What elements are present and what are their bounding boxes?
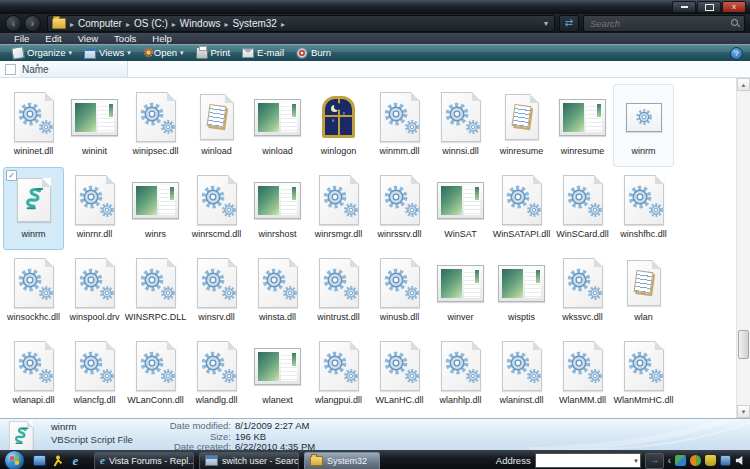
taskbar-window-button[interactable]: eVista Forums - Repl... bbox=[94, 452, 194, 469]
file-item[interactable]: winsta.dll bbox=[247, 250, 308, 333]
scroll-up-button[interactable]: ▲ bbox=[737, 78, 750, 91]
menu-item-view[interactable]: View bbox=[70, 34, 106, 44]
file-item[interactable]: winver bbox=[430, 250, 491, 333]
item-checkbox[interactable]: ✓ bbox=[6, 170, 17, 181]
file-item[interactable]: winnsi.dll bbox=[430, 84, 491, 167]
file-item[interactable]: winsockhc.dll bbox=[3, 250, 64, 333]
file-item[interactable]: WinSCard.dll bbox=[552, 167, 613, 250]
file-item[interactable]: WlanMM.dll bbox=[552, 333, 613, 416]
file-item[interactable]: wlan bbox=[613, 250, 674, 333]
start-button[interactable] bbox=[4, 450, 25, 469]
network-computers-icon[interactable] bbox=[720, 455, 731, 466]
select-all-checkbox[interactable] bbox=[5, 64, 16, 75]
breadcrumb-segment[interactable]: System32 bbox=[229, 18, 279, 29]
menu-item-help[interactable]: Help bbox=[144, 34, 180, 44]
file-item[interactable]: WlanMmHC.dll bbox=[613, 333, 674, 416]
file-item[interactable]: wlancfg.dll bbox=[64, 333, 125, 416]
update-shield-icon[interactable] bbox=[705, 455, 716, 466]
scroll-down-button[interactable]: ▼ bbox=[737, 405, 750, 418]
file-item[interactable]: wisptis bbox=[491, 250, 552, 333]
file-item[interactable]: winload bbox=[247, 84, 308, 167]
forward-button[interactable]: › bbox=[24, 15, 41, 32]
address-toolbar-input[interactable]: ▾ bbox=[535, 453, 641, 468]
views-button[interactable]: Views▾ bbox=[78, 45, 137, 60]
file-icon-box bbox=[197, 174, 237, 226]
file-item[interactable]: WLanHC.dll bbox=[369, 333, 430, 416]
address-go-button[interactable]: → bbox=[645, 453, 664, 469]
tray-expand-icon[interactable]: ‹ bbox=[668, 456, 671, 466]
internet-explorer-icon[interactable]: e bbox=[69, 454, 82, 467]
search-input[interactable] bbox=[588, 17, 731, 30]
help-icon[interactable]: ? bbox=[730, 47, 743, 60]
breadcrumb-segment[interactable]: Windows bbox=[177, 18, 224, 29]
messenger-status-icon[interactable] bbox=[690, 455, 701, 466]
print-button[interactable]: Print bbox=[190, 45, 237, 60]
menu-item-file[interactable]: File bbox=[6, 34, 37, 44]
breadcrumb-segment[interactable]: Computer bbox=[75, 18, 125, 29]
gear-icon bbox=[343, 202, 359, 218]
file-item[interactable]: winipsec.dll bbox=[125, 84, 186, 167]
file-list-area: wininet.dll wininit winipsec.dll winload… bbox=[0, 78, 750, 418]
breadcrumb[interactable]: ▸Computer▸OS (C:)▸Windows▸System32▸ ▾ bbox=[47, 15, 555, 32]
file-item[interactable]: winresume bbox=[552, 84, 613, 167]
network-icon[interactable] bbox=[675, 455, 686, 466]
file-item[interactable]: wlanapi.dll bbox=[3, 333, 64, 416]
address-dropdown-icon[interactable]: ▾ bbox=[634, 457, 638, 465]
file-item[interactable]: winrssrv.dll bbox=[369, 167, 430, 250]
organize-button[interactable]: Organize▾ bbox=[6, 45, 78, 60]
file-item[interactable]: wininit bbox=[64, 84, 125, 167]
file-item[interactable]: wlandlg.dll bbox=[186, 333, 247, 416]
file-item[interactable]: winspool.drv bbox=[64, 250, 125, 333]
messenger-icon[interactable] bbox=[51, 454, 64, 467]
file-item[interactable]: winlogon bbox=[308, 84, 369, 167]
menu-item-edit[interactable]: Edit bbox=[37, 34, 69, 44]
file-item[interactable]: winmm.dll bbox=[369, 84, 430, 167]
file-item[interactable]: wlangpui.dll bbox=[308, 333, 369, 416]
file-icon-box bbox=[380, 174, 420, 226]
open-button[interactable]: Open▾ bbox=[137, 45, 190, 60]
maximize-button[interactable] bbox=[697, 1, 721, 13]
vertical-scrollbar[interactable]: ▲ ▼ bbox=[736, 78, 750, 418]
file-item[interactable]: winrs bbox=[125, 167, 186, 250]
file-item[interactable]: winrnr.dll bbox=[64, 167, 125, 250]
taskbar-window-button[interactable]: System32 bbox=[304, 452, 380, 469]
file-item[interactable]: wintrust.dll bbox=[308, 250, 369, 333]
taskbar-window-button[interactable]: switch user - Search... bbox=[199, 452, 299, 469]
search-icon[interactable] bbox=[731, 19, 740, 28]
file-item[interactable]: winsrv.dll bbox=[186, 250, 247, 333]
file-item[interactable]: winrshost bbox=[247, 167, 308, 250]
file-item[interactable]: wlaninst.dll bbox=[491, 333, 552, 416]
minimize-button[interactable] bbox=[672, 1, 696, 13]
breadcrumb-segment[interactable]: OS (C:) bbox=[131, 18, 171, 29]
file-item[interactable]: winrm bbox=[613, 84, 674, 167]
file-item[interactable]: wlanext bbox=[247, 333, 308, 416]
file-icon-box bbox=[559, 91, 606, 143]
burn-button[interactable]: Burn bbox=[290, 45, 337, 60]
file-item[interactable]: winusb.dll bbox=[369, 250, 430, 333]
show-desktop-icon[interactable] bbox=[33, 454, 46, 467]
search-box[interactable] bbox=[583, 15, 745, 32]
e-mail-button[interactable]: E-mail bbox=[236, 45, 290, 60]
file-item[interactable]: WLanConn.dll bbox=[125, 333, 186, 416]
file-item[interactable]: wininet.dll bbox=[3, 84, 64, 167]
file-item[interactable]: winload bbox=[186, 84, 247, 167]
file-item[interactable]: winrsmgr.dll bbox=[308, 167, 369, 250]
back-button[interactable]: ‹ bbox=[5, 15, 22, 32]
file-item[interactable]: wkssvc.dll bbox=[552, 250, 613, 333]
file-item[interactable]: WinSAT bbox=[430, 167, 491, 250]
file-item[interactable]: wlanhlp.dll bbox=[430, 333, 491, 416]
breadcrumb-dropdown-icon[interactable]: ▾ bbox=[542, 19, 550, 28]
file-item[interactable]: ✓ winrm bbox=[3, 167, 64, 250]
file-item[interactable]: winrscmd.dll bbox=[186, 167, 247, 250]
file-item[interactable]: winshfhc.dll bbox=[613, 167, 674, 250]
file-item[interactable]: winresume bbox=[491, 84, 552, 167]
refresh-button[interactable]: ⇄ bbox=[559, 15, 579, 32]
file-name-label: wlandlg.dll bbox=[195, 395, 237, 405]
menu-item-tools[interactable]: Tools bbox=[106, 34, 144, 44]
file-item[interactable]: WinSATAPI.dll bbox=[491, 167, 552, 250]
file-item[interactable]: WINSRPC.DLL bbox=[125, 250, 186, 333]
volume-icon[interactable] bbox=[735, 455, 746, 466]
close-button[interactable]: x bbox=[722, 1, 746, 13]
scrollbar-thumb[interactable] bbox=[738, 330, 749, 359]
column-header-name[interactable]: ▴ Name bbox=[20, 61, 128, 77]
